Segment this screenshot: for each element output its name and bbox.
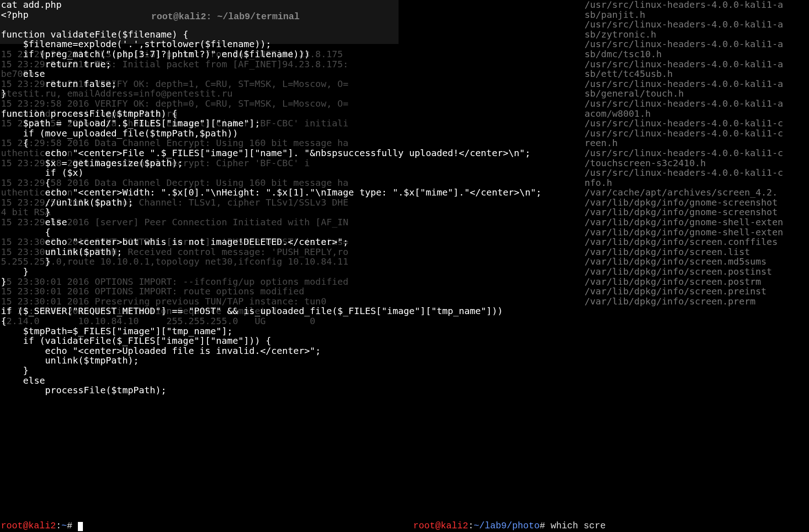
foreground-code-output: cat add.php <?php function validateFile(… (0, 0, 541, 396)
cursor-icon (78, 522, 83, 531)
right-terminal-output: /usr/src/linux-headers-4.0.0-kali1-a sb/… (585, 0, 809, 532)
prompt-sep: : (468, 521, 474, 531)
bottom-shell-prompt[interactable]: root@kali2:~# (1, 521, 83, 531)
prompt-sep: : (56, 521, 61, 531)
prompt-path: ~/lab9/photo (474, 521, 540, 531)
prompt-hash: # (540, 521, 551, 531)
prompt-user: root@kali2 (1, 521, 56, 531)
prompt-hash: # (67, 521, 78, 531)
right-shell-prompt[interactable]: root@kali2:~/lab9/photo# which scre (402, 511, 606, 531)
prompt-command: which scre (551, 521, 606, 531)
prompt-path: ~ (61, 521, 67, 531)
prompt-user: root@kali2 (413, 521, 468, 531)
